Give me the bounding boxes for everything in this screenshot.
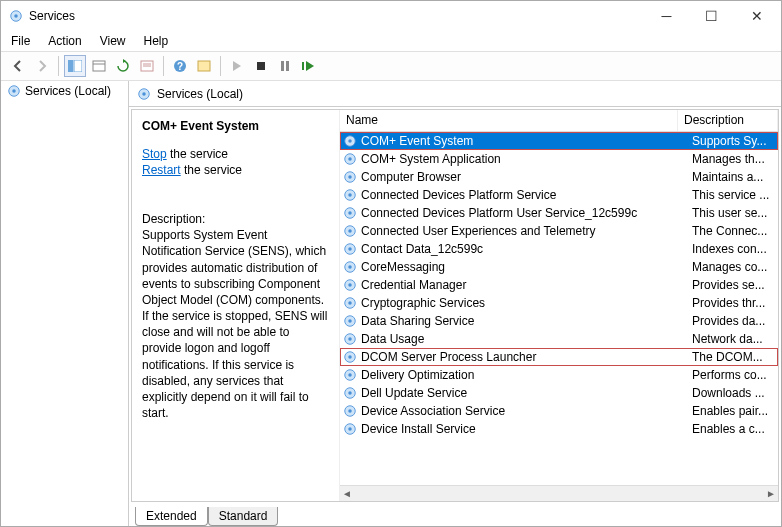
svg-rect-11 [198,61,210,71]
titlebar[interactable]: Services ─ ☐ ✕ [1,1,781,31]
gear-icon [342,386,358,400]
minimize-button[interactable]: ─ [644,2,689,30]
service-name: Connected Devices Platform Service [358,188,692,202]
service-row[interactable]: DCOM Server Process LauncherThe DCOM... [340,348,778,366]
service-description: Indexes con... [692,242,776,256]
start-service-button[interactable] [226,55,248,77]
svg-point-35 [348,265,352,269]
menu-help[interactable]: Help [144,34,169,48]
content-header: Services (Local) [129,81,781,107]
service-name: Device Association Service [358,404,692,418]
close-button[interactable]: ✕ [734,2,779,30]
svg-point-37 [348,283,352,287]
svg-point-45 [348,355,352,359]
svg-point-27 [348,193,352,197]
service-name: Device Install Service [358,422,692,436]
gear-icon [342,314,358,328]
service-description: Enables pair... [692,404,776,418]
service-name: Connected User Experiences and Telemetry [358,224,692,238]
tree-pane: Services (Local) [1,81,129,526]
svg-rect-2 [68,60,73,72]
service-row[interactable]: Data UsageNetwork da... [340,330,778,348]
help-button[interactable]: ? [169,55,191,77]
forward-button[interactable] [31,55,53,77]
scroll-left-icon[interactable]: ◄ [342,488,352,499]
tab-standard[interactable]: Standard [208,507,279,526]
content-header-title: Services (Local) [157,87,243,101]
back-button[interactable] [7,55,29,77]
service-row[interactable]: Delivery OptimizationPerforms co... [340,366,778,384]
description-label: Description: [142,211,329,227]
gear-icon [342,260,358,274]
export-list-button[interactable] [88,55,110,77]
service-row[interactable]: Contact Data_12c599cIndexes con... [340,240,778,258]
gear-icon [342,224,358,238]
gear-icon [342,404,358,418]
service-row[interactable]: COM+ System ApplicationManages th... [340,150,778,168]
svg-point-47 [348,373,352,377]
svg-point-25 [348,175,352,179]
horizontal-scrollbar[interactable]: ◄ ► [340,485,778,501]
svg-point-41 [348,319,352,323]
maximize-button[interactable]: ☐ [689,2,734,30]
gear-icon [342,206,358,220]
gear-icon [342,278,358,292]
column-header-description[interactable]: Description [678,110,778,131]
scroll-right-icon[interactable]: ► [766,488,776,499]
svg-point-1 [14,14,18,18]
service-name: COM+ System Application [358,152,692,166]
stop-link[interactable]: Stop [142,147,167,161]
svg-rect-3 [74,60,82,72]
service-description: This service ... [692,188,776,202]
service-name: Connected Devices Platform User Service_… [358,206,692,220]
tree-node-services-local[interactable]: Services (Local) [1,81,128,101]
gear-icon [342,152,358,166]
svg-point-39 [348,301,352,305]
svg-point-23 [348,157,352,161]
service-row[interactable]: Connected User Experiences and Telemetry… [340,222,778,240]
properties-button[interactable] [136,55,158,77]
service-row[interactable]: Dell Update ServiceDownloads ... [340,384,778,402]
service-row[interactable]: Computer BrowserMaintains a... [340,168,778,186]
service-row[interactable]: COM+ Event SystemSupports Sy... [340,132,778,150]
service-description: Performs co... [692,368,776,382]
service-row[interactable]: Connected Devices Platform User Service_… [340,204,778,222]
service-description: The DCOM... [692,350,776,364]
service-name: CoreMessaging [358,260,692,274]
service-name: Data Usage [358,332,692,346]
service-description: Provides da... [692,314,776,328]
pause-service-button[interactable] [274,55,296,77]
help-topics-button[interactable] [193,55,215,77]
svg-rect-14 [286,61,289,71]
service-row[interactable]: Device Association ServiceEnables pair..… [340,402,778,420]
column-header-name[interactable]: Name [340,110,678,131]
service-name: Contact Data_12c599c [358,242,692,256]
gear-icon [342,350,358,364]
service-rows[interactable]: COM+ Event SystemSupports Sy...COM+ Syst… [340,132,778,485]
svg-text:?: ? [177,61,183,72]
services-window: Services ─ ☐ ✕ File Action View Help ? [0,0,782,527]
show-hide-tree-button[interactable] [64,55,86,77]
menu-file[interactable]: File [11,34,30,48]
menu-action[interactable]: Action [48,34,81,48]
service-name: Computer Browser [358,170,692,184]
restart-link[interactable]: Restart [142,163,181,177]
gear-icon [342,368,358,382]
menu-view[interactable]: View [100,34,126,48]
service-row[interactable]: CoreMessagingManages co... [340,258,778,276]
service-name: Dell Update Service [358,386,692,400]
tree-node-label: Services (Local) [25,84,111,98]
service-row[interactable]: Cryptographic ServicesProvides thr... [340,294,778,312]
service-row[interactable]: Data Sharing ServiceProvides da... [340,312,778,330]
restart-service-button[interactable] [298,55,320,77]
stop-service-button[interactable] [250,55,272,77]
service-row[interactable]: Connected Devices Platform ServiceThis s… [340,186,778,204]
tab-extended[interactable]: Extended [135,507,208,526]
service-name: Data Sharing Service [358,314,692,328]
service-description: This user se... [692,206,776,220]
svg-point-53 [348,427,352,431]
refresh-button[interactable] [112,55,134,77]
service-name: Cryptographic Services [358,296,692,310]
service-row[interactable]: Device Install ServiceEnables a c... [340,420,778,438]
service-row[interactable]: Credential ManagerProvides se... [340,276,778,294]
